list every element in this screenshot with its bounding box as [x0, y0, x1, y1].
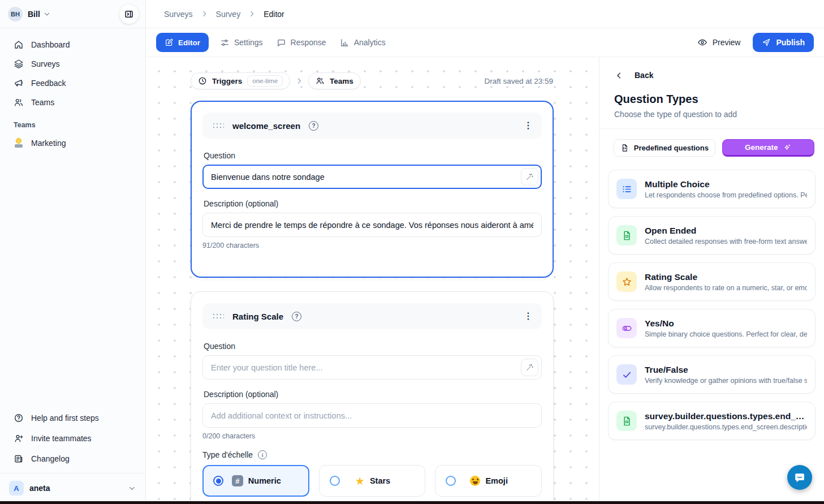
- document-icon: [616, 411, 637, 431]
- nav-label: Feedback: [31, 79, 66, 88]
- tab-analytics[interactable]: Analytics: [340, 38, 386, 48]
- radio-icon[interactable]: [330, 476, 340, 486]
- breadcrumb-survey[interactable]: Survey: [216, 10, 241, 19]
- megaphone-icon: [14, 78, 24, 88]
- kebab-menu-icon[interactable]: ⋮: [524, 312, 533, 321]
- nav-label: Surveys: [31, 59, 60, 68]
- character-counter: 0/200 characters: [202, 432, 542, 440]
- workspace-avatar[interactable]: BH: [8, 7, 23, 21]
- predefined-questions-button[interactable]: Predefined questions: [614, 139, 715, 157]
- type-card-yes-no[interactable]: Yes/No Simple binary choice questions. P…: [608, 309, 816, 347]
- sidebar-item-teams[interactable]: Teams: [0, 93, 145, 112]
- panel-toggle-icon: [124, 9, 134, 19]
- question-card-title: Rating Scale: [232, 312, 283, 321]
- preview-button[interactable]: Preview: [697, 37, 741, 48]
- question-title-input[interactable]: [202, 165, 542, 189]
- character-counter: 91/200 characters: [202, 242, 542, 249]
- sidebar-nav: Dashboard Surveys Feedback Teams: [0, 28, 145, 112]
- option-label: Numeric: [248, 476, 281, 485]
- type-title: survey.builder.questions.types.end_scr..…: [645, 411, 807, 421]
- check-icon: [616, 364, 637, 385]
- help-icon[interactable]: ?: [292, 312, 301, 321]
- drag-handle-icon[interactable]: [212, 312, 224, 321]
- sidebar-item-invite[interactable]: Invite teammates: [0, 428, 145, 449]
- type-card-end-screen[interactable]: survey.builder.questions.types.end_scr..…: [608, 402, 816, 440]
- back-label: Back: [635, 71, 653, 80]
- sidebar-item-dashboard[interactable]: Dashboard: [0, 35, 145, 54]
- send-icon: [762, 38, 771, 47]
- editor-toolbar: Editor Settings Response Analytics: [146, 28, 824, 57]
- footer-label: Changelog: [31, 454, 70, 463]
- question-title-input[interactable]: [202, 355, 542, 380]
- predefined-label: Predefined questions: [634, 144, 709, 152]
- chevron-down-icon: [128, 484, 136, 493]
- sidebar-item-team-marketing[interactable]: Marketing: [0, 133, 145, 153]
- nav-label: Teams: [31, 98, 54, 107]
- publish-button[interactable]: Publish: [753, 33, 814, 52]
- pencil-square-icon: [165, 38, 174, 47]
- sidebar-item-feedback[interactable]: Feedback: [0, 74, 145, 93]
- back-button[interactable]: Back: [615, 71, 653, 80]
- sidebar-item-changelog[interactable]: Changelog: [0, 449, 145, 469]
- info-icon[interactable]: i: [258, 450, 267, 459]
- tab-label: Analytics: [354, 38, 386, 47]
- sidebar-item-help[interactable]: Help and first steps: [0, 408, 145, 428]
- question-card-rating-scale[interactable]: Rating Scale ? ⋮ Question Description (o…: [191, 291, 554, 504]
- magic-wand-button[interactable]: [521, 359, 538, 376]
- preview-label: Preview: [713, 38, 741, 47]
- generate-button[interactable]: Generate: [722, 139, 814, 157]
- tab-settings[interactable]: Settings: [220, 38, 263, 48]
- home-icon: [14, 40, 24, 50]
- magic-wand-button[interactable]: [521, 168, 538, 186]
- chat-launcher-button[interactable]: [787, 465, 812, 490]
- sidebar-header: BH Bill: [0, 0, 145, 28]
- clock-icon: [198, 76, 207, 85]
- type-card-multiple-choice[interactable]: Multiple Choice Let respondents choose f…: [608, 170, 816, 208]
- account-menu[interactable]: A aneta: [0, 476, 145, 501]
- scale-option-numeric[interactable]: # Numeric: [202, 465, 309, 497]
- type-card-true-false[interactable]: True/False Verify knowledge or gather op…: [608, 355, 816, 394]
- tab-response[interactable]: Response: [277, 38, 326, 48]
- footer-label: Help and first steps: [31, 413, 99, 423]
- type-description: Simple binary choice questions. Perfect …: [645, 330, 807, 338]
- tab-editor[interactable]: Editor: [156, 33, 209, 52]
- workspace-name[interactable]: Bill: [28, 10, 40, 19]
- question-description-input[interactable]: [202, 213, 542, 237]
- technologist-emoji-icon: [14, 138, 24, 148]
- user-plus-icon: [14, 433, 24, 443]
- question-card-title: welcome_screen: [232, 121, 300, 131]
- triggers-chip[interactable]: Triggers one-time: [191, 72, 290, 89]
- type-card-rating-scale[interactable]: Rating Scale Allow respondents to rate o…: [608, 262, 816, 301]
- scale-option-stars[interactable]: ★ Stars: [319, 465, 426, 497]
- radio-icon[interactable]: [446, 476, 456, 486]
- question-description-input[interactable]: [202, 403, 542, 428]
- drag-handle-icon[interactable]: [212, 121, 224, 130]
- magic-wand-icon: [525, 363, 534, 372]
- tab-label: Settings: [234, 38, 263, 47]
- kebab-menu-icon[interactable]: ⋮: [524, 121, 533, 130]
- sidebar: BH Bill Dashboard Surv: [0, 0, 146, 504]
- help-icon[interactable]: ?: [309, 121, 318, 131]
- scale-type-label: Type d'échelle: [202, 450, 253, 459]
- divider: [599, 128, 824, 129]
- question-card-welcome-screen[interactable]: welcome_screen ? ⋮ Question Description …: [191, 101, 554, 278]
- question-label: Question: [204, 151, 541, 160]
- scale-type-options: # Numeric ★ Stars Emoji: [202, 465, 542, 497]
- sidebar-collapse-button[interactable]: [119, 5, 139, 24]
- sidebar-footer: Help and first steps Invite teammates Ch…: [0, 408, 145, 501]
- sidebar-item-surveys[interactable]: Surveys: [0, 54, 145, 74]
- chat-bubble-icon: [277, 38, 286, 48]
- document-icon: [616, 225, 637, 245]
- radio-selected-icon[interactable]: [213, 476, 223, 486]
- type-description: Allow respondents to rate on a numeric, …: [645, 284, 807, 292]
- option-label: Stars: [370, 476, 390, 485]
- breadcrumb-editor: Editor: [264, 10, 284, 19]
- screen-edge: [0, 501, 824, 504]
- type-card-open-ended[interactable]: Open Ended Collect detailed responses wi…: [608, 216, 816, 255]
- option-label: Emoji: [485, 476, 507, 485]
- teams-chip[interactable]: Teams: [308, 72, 361, 89]
- type-title: Open Ended: [645, 226, 807, 236]
- breadcrumb-surveys[interactable]: Surveys: [164, 10, 193, 19]
- scale-option-emoji[interactable]: Emoji: [435, 465, 542, 497]
- team-label: Marketing: [31, 139, 66, 148]
